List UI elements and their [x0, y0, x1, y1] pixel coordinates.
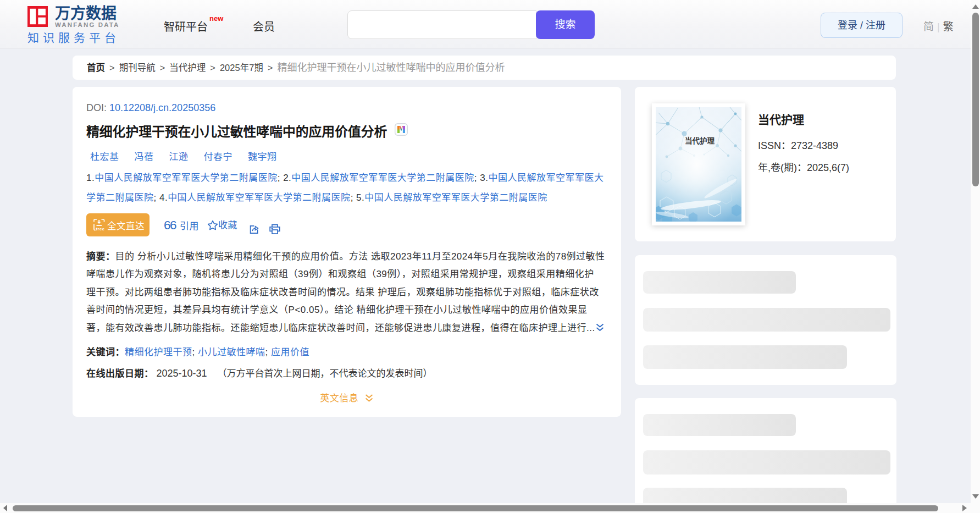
svg-text:当代护理: 当代护理 [685, 136, 715, 145]
svg-text:free: free [96, 227, 105, 231]
